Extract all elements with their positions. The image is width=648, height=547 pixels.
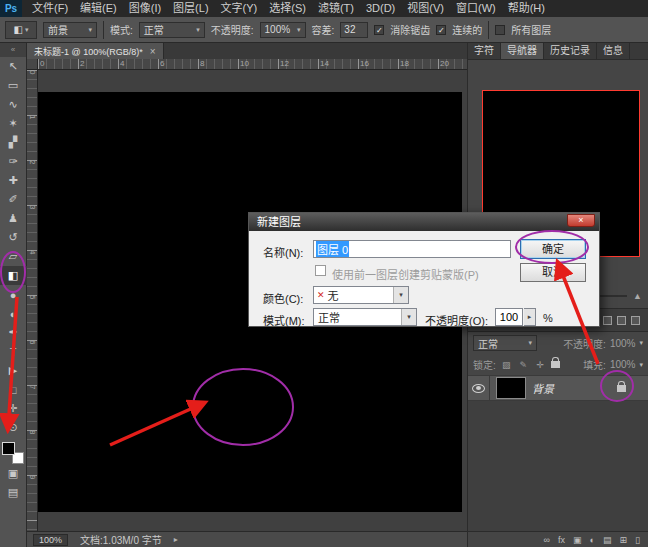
color-dropdown[interactable]: ✕ 无 ▾	[313, 286, 409, 304]
collapsed-panel-icon[interactable]	[617, 316, 626, 325]
collapsed-panel-icon[interactable]	[631, 316, 640, 325]
document-tab[interactable]: 未标题-1 @ 100%(RGB/8)* ×	[27, 43, 164, 59]
tolerance-input[interactable]	[340, 22, 368, 38]
foreground-color-swatch[interactable]	[2, 442, 15, 455]
opacity-scrubber-icon[interactable]: ▸	[524, 308, 536, 326]
layers-footer-icon[interactable]: fx	[558, 535, 565, 545]
menu-item[interactable]: 图层(L)	[167, 0, 214, 17]
menu-item[interactable]: 编辑(E)	[74, 0, 123, 17]
blur-tool[interactable]: ●	[0, 285, 27, 304]
history-brush-tool[interactable]: ↺	[0, 228, 27, 247]
layers-panel: 正常 ▾ 不透明度: 100% ▾ 锁定: ▨ ✎ ✛ 填充: 100% ▾ 背…	[468, 332, 648, 547]
ruler-mark: 8	[198, 59, 238, 69]
current-tool-dropdown[interactable]: ◧ ▾	[5, 21, 37, 39]
ok-button[interactable]: 确定	[520, 239, 586, 259]
clone-stamp-tool[interactable]: ♟	[0, 209, 27, 228]
ruler-mark: 10	[238, 59, 278, 69]
menu-item[interactable]: 3D(D)	[360, 0, 401, 17]
dialog-title-bar[interactable]: 新建图层 ×	[249, 213, 599, 231]
zoom-in-icon[interactable]: ▲	[633, 291, 642, 301]
background-lock-icon[interactable]	[617, 385, 626, 392]
all-layers-checkbox[interactable]: .	[495, 25, 505, 35]
clipping-mask-checkbox[interactable]	[315, 265, 326, 276]
menu-item[interactable]: 视图(V)	[401, 0, 450, 17]
tab-history[interactable]: 历史记录	[544, 43, 597, 59]
lock-position-icon[interactable]: ✛	[534, 360, 547, 370]
tab-info[interactable]: 信息	[597, 43, 630, 59]
eyedropper-tool[interactable]: ✑	[0, 152, 27, 171]
lock-transparency-icon[interactable]: ▨	[500, 360, 513, 370]
mode-dropdown[interactable]: 正常 ▾	[139, 22, 205, 38]
zoom-level-field[interactable]: 100%	[33, 534, 68, 546]
layer-name[interactable]: 背景	[532, 380, 617, 396]
photoshop-logo: Ps	[0, 0, 22, 17]
blend-mode-dropdown[interactable]: 正常 ▾	[473, 335, 537, 351]
menu-item[interactable]: 选择(S)	[263, 0, 312, 17]
close-tab-icon[interactable]: ×	[150, 46, 156, 57]
tab-navigator[interactable]: 导航器	[501, 43, 544, 59]
quick-mask-button[interactable]: ▣	[0, 464, 27, 483]
eraser-tool[interactable]: ▱	[0, 247, 27, 266]
path-selection-tool[interactable]: ▶	[0, 361, 27, 380]
layer-name-input[interactable]: 图层 0	[313, 240, 511, 258]
crop-tool[interactable]: ▞	[0, 133, 27, 152]
layer-visibility-toggle[interactable]	[468, 375, 490, 401]
antialias-checkbox[interactable]: ✓	[374, 25, 384, 35]
ruler-mark: 4	[118, 59, 158, 69]
shape-tool[interactable]: □	[0, 380, 27, 399]
pen-tool[interactable]: ✒	[0, 323, 27, 342]
dialog-close-button[interactable]: ×	[567, 214, 595, 227]
ruler-mark: 6	[28, 340, 37, 385]
menu-item[interactable]: 滤镜(T)	[312, 0, 360, 17]
zoom-tool[interactable]: ⊙	[0, 418, 27, 437]
menu-item[interactable]: 文件(F)	[26, 0, 74, 17]
layers-footer-icon[interactable]: ⊞	[620, 535, 628, 545]
eye-icon	[472, 384, 485, 393]
layers-footer-icon[interactable]: ▯	[635, 535, 640, 545]
status-options-icon[interactable]: ▸	[174, 535, 178, 544]
ruler-mark: 16	[358, 59, 398, 69]
dialog-opacity-input[interactable]	[495, 308, 523, 326]
layer-row-background[interactable]: 背景	[468, 375, 648, 401]
menu-item[interactable]: 帮助(H)	[502, 0, 551, 17]
opacity-dropdown[interactable]: 100% ▾	[260, 22, 306, 38]
move-tool[interactable]: ↖	[0, 57, 27, 76]
contiguous-checkbox[interactable]: ✓	[436, 25, 446, 35]
menu-bar: Ps 文件(F)编辑(E)图像(I)图层(L)文字(Y)选择(S)滤镜(T)3D…	[0, 0, 648, 17]
layers-opacity-label: 不透明度:	[563, 336, 606, 351]
tab-character[interactable]: 字符	[468, 43, 501, 59]
chevron-down-icon: ▾	[196, 26, 200, 34]
fill-source-dropdown[interactable]: 前景 ▾	[43, 22, 97, 38]
menu-item[interactable]: 文字(Y)	[215, 0, 264, 17]
screen-mode-button[interactable]: ▤	[0, 483, 27, 502]
lock-all-icon[interactable]	[551, 361, 560, 368]
menu-item[interactable]: 窗口(W)	[450, 0, 502, 17]
lock-pixels-icon[interactable]: ✎	[517, 360, 530, 370]
toolbar-collapse-button[interactable]: «	[0, 43, 26, 57]
lasso-tool[interactable]: ∿	[0, 95, 27, 114]
layers-lock-row: 锁定: ▨ ✎ ✛ 填充: 100% ▾	[468, 354, 648, 375]
collapsed-panel-icon[interactable]	[603, 316, 612, 325]
cancel-button[interactable]: 取消	[520, 263, 586, 282]
fill-value[interactable]: 100%	[610, 359, 636, 370]
healing-brush-tool[interactable]: ✚	[0, 171, 27, 190]
layers-footer-icon[interactable]: ▣	[573, 535, 582, 545]
layers-footer-icon[interactable]: ∞	[544, 535, 550, 545]
type-tool[interactable]: T	[0, 342, 27, 361]
layers-opacity-value[interactable]: 100%	[610, 338, 636, 349]
hand-tool[interactable]: ✛	[0, 399, 27, 418]
ruler-mark: 3	[28, 205, 37, 250]
layers-footer-icon[interactable]: ▤	[603, 535, 612, 545]
dialog-mode-dropdown[interactable]: 正常 ▾	[313, 308, 417, 326]
menu-item[interactable]: 图像(I)	[123, 0, 167, 17]
dodge-tool[interactable]: ◐	[0, 304, 27, 323]
layers-footer-icon[interactable]: ◐	[590, 535, 595, 545]
marquee-tool[interactable]: ▭	[0, 76, 27, 95]
chevron-down-icon: ▾	[639, 361, 643, 369]
magic-wand-tool[interactable]: ✶	[0, 114, 27, 133]
separator	[488, 21, 489, 39]
brush-tool[interactable]: ✐	[0, 190, 27, 209]
paint-bucket-tool[interactable]: ◧	[0, 266, 27, 285]
layer-thumbnail[interactable]	[496, 377, 526, 399]
ruler-mark: 1	[28, 115, 37, 160]
